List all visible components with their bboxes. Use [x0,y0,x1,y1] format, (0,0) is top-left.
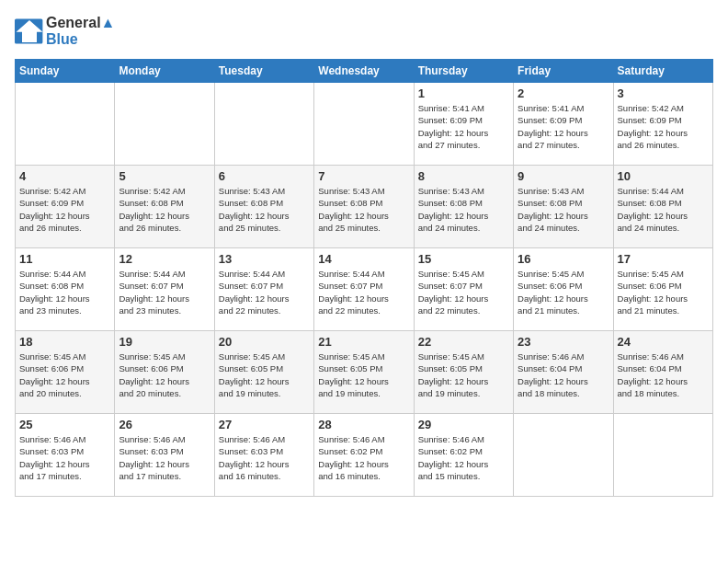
day-number: 27 [219,418,310,431]
calendar-cell: 29Sunrise: 5:46 AM Sunset: 6:02 PM Dayli… [414,414,513,497]
logo: General▲ Blue [15,15,115,48]
day-info: Sunrise: 5:45 AM Sunset: 6:06 PM Dayligh… [618,268,709,316]
calendar-cell: 7Sunrise: 5:43 AM Sunset: 6:08 PM Daylig… [314,166,414,248]
calendar-cell: 20Sunrise: 5:45 AM Sunset: 6:05 PM Dayli… [214,331,313,414]
calendar-cell [514,414,613,497]
day-info: Sunrise: 5:45 AM Sunset: 6:06 PM Dayligh… [119,350,210,399]
day-info: Sunrise: 5:42 AM Sunset: 6:08 PM Dayligh… [119,185,210,234]
day-number: 12 [119,252,210,266]
day-info: Sunrise: 5:43 AM Sunset: 6:08 PM Dayligh… [518,185,609,234]
header-day-saturday: Saturday [613,60,712,83]
calendar-cell: 6Sunrise: 5:43 AM Sunset: 6:08 PM Daylig… [214,166,313,248]
calendar-cell: 24Sunrise: 5:46 AM Sunset: 6:04 PM Dayli… [613,331,712,414]
calendar-week-4: 18Sunrise: 5:45 AM Sunset: 6:06 PM Dayli… [16,331,713,414]
header-day-wednesday: Wednesday [314,60,414,83]
calendar-cell: 4Sunrise: 5:42 AM Sunset: 6:09 PM Daylig… [16,166,115,248]
calendar-cell: 19Sunrise: 5:45 AM Sunset: 6:06 PM Dayli… [115,331,214,414]
calendar-cell: 17Sunrise: 5:45 AM Sunset: 6:06 PM Dayli… [613,248,712,331]
calendar-cell: 10Sunrise: 5:44 AM Sunset: 6:08 PM Dayli… [613,166,712,248]
calendar-cell: 26Sunrise: 5:46 AM Sunset: 6:03 PM Dayli… [115,414,214,497]
day-info: Sunrise: 5:44 AM Sunset: 6:07 PM Dayligh… [318,268,409,316]
calendar-cell: 2Sunrise: 5:41 AM Sunset: 6:09 PM Daylig… [514,83,613,166]
calendar-cell: 3Sunrise: 5:42 AM Sunset: 6:09 PM Daylig… [613,83,712,166]
day-number: 18 [19,335,110,349]
calendar-cell [16,83,115,166]
day-number: 28 [318,418,409,431]
page-header: General▲ Blue [15,15,713,48]
header-day-sunday: Sunday [16,60,115,83]
calendar-cell: 8Sunrise: 5:43 AM Sunset: 6:08 PM Daylig… [414,166,513,248]
day-info: Sunrise: 5:44 AM Sunset: 6:08 PM Dayligh… [618,185,709,234]
day-info: Sunrise: 5:45 AM Sunset: 6:06 PM Dayligh… [518,268,609,316]
calendar-cell: 25Sunrise: 5:46 AM Sunset: 6:03 PM Dayli… [16,414,115,497]
day-number: 23 [518,335,609,349]
calendar-cell: 16Sunrise: 5:45 AM Sunset: 6:06 PM Dayli… [514,248,613,331]
day-info: Sunrise: 5:44 AM Sunset: 6:07 PM Dayligh… [119,268,210,316]
calendar-cell: 12Sunrise: 5:44 AM Sunset: 6:07 PM Dayli… [115,248,214,331]
day-info: Sunrise: 5:45 AM Sunset: 6:07 PM Dayligh… [418,268,509,316]
day-number: 1 [418,86,509,100]
day-number: 6 [219,169,310,183]
day-info: Sunrise: 5:46 AM Sunset: 6:02 PM Dayligh… [318,433,409,482]
day-info: Sunrise: 5:45 AM Sunset: 6:05 PM Dayligh… [219,350,310,399]
day-number: 10 [618,169,709,183]
header-day-thursday: Thursday [414,60,513,83]
calendar-cell: 23Sunrise: 5:46 AM Sunset: 6:04 PM Dayli… [514,331,613,414]
calendar-cell: 15Sunrise: 5:45 AM Sunset: 6:07 PM Dayli… [414,248,513,331]
calendar-cell [613,414,712,497]
calendar-week-1: 1Sunrise: 5:41 AM Sunset: 6:09 PM Daylig… [16,83,713,166]
header-day-tuesday: Tuesday [214,60,313,83]
day-number: 11 [19,252,110,266]
calendar-cell: 18Sunrise: 5:45 AM Sunset: 6:06 PM Dayli… [16,331,115,414]
calendar-cell [115,83,214,166]
calendar-cell [214,83,313,166]
calendar-body: 1Sunrise: 5:41 AM Sunset: 6:09 PM Daylig… [16,83,713,497]
day-number: 14 [318,252,409,266]
day-info: Sunrise: 5:46 AM Sunset: 6:04 PM Dayligh… [518,350,609,399]
day-info: Sunrise: 5:43 AM Sunset: 6:08 PM Dayligh… [418,185,509,234]
day-number: 2 [518,86,609,100]
calendar-cell [314,83,414,166]
day-number: 20 [219,335,310,349]
day-info: Sunrise: 5:43 AM Sunset: 6:08 PM Dayligh… [318,185,409,234]
day-info: Sunrise: 5:45 AM Sunset: 6:05 PM Dayligh… [418,350,509,399]
calendar-cell: 28Sunrise: 5:46 AM Sunset: 6:02 PM Dayli… [314,414,414,497]
header-day-friday: Friday [514,60,613,83]
day-info: Sunrise: 5:44 AM Sunset: 6:08 PM Dayligh… [19,268,110,316]
day-number: 7 [318,169,409,183]
calendar-cell: 27Sunrise: 5:46 AM Sunset: 6:03 PM Dayli… [214,414,313,497]
day-info: Sunrise: 5:41 AM Sunset: 6:09 PM Dayligh… [418,102,509,151]
calendar-table: SundayMondayTuesdayWednesdayThursdayFrid… [15,59,713,497]
day-number: 15 [418,252,509,266]
day-info: Sunrise: 5:41 AM Sunset: 6:09 PM Dayligh… [518,102,609,151]
day-info: Sunrise: 5:42 AM Sunset: 6:09 PM Dayligh… [618,102,709,151]
header-day-monday: Monday [115,60,214,83]
day-number: 19 [119,335,210,349]
calendar-week-2: 4Sunrise: 5:42 AM Sunset: 6:09 PM Daylig… [16,166,713,248]
logo-icon [15,18,44,44]
calendar-cell: 5Sunrise: 5:42 AM Sunset: 6:08 PM Daylig… [115,166,214,248]
day-number: 25 [19,418,110,431]
day-number: 21 [318,335,409,349]
calendar-header: SundayMondayTuesdayWednesdayThursdayFrid… [16,60,713,83]
day-number: 13 [219,252,310,266]
day-number: 5 [119,169,210,183]
day-info: Sunrise: 5:44 AM Sunset: 6:07 PM Dayligh… [219,268,310,316]
calendar-cell: 11Sunrise: 5:44 AM Sunset: 6:08 PM Dayli… [16,248,115,331]
day-info: Sunrise: 5:42 AM Sunset: 6:09 PM Dayligh… [19,185,110,234]
calendar-cell: 1Sunrise: 5:41 AM Sunset: 6:09 PM Daylig… [414,83,513,166]
calendar-cell: 22Sunrise: 5:45 AM Sunset: 6:05 PM Dayli… [414,331,513,414]
logo-text: General▲ Blue [46,15,115,48]
day-info: Sunrise: 5:46 AM Sunset: 6:03 PM Dayligh… [119,433,210,482]
day-number: 9 [518,169,609,183]
day-number: 29 [418,418,509,431]
day-number: 24 [618,335,709,349]
day-number: 8 [418,169,509,183]
calendar-cell: 14Sunrise: 5:44 AM Sunset: 6:07 PM Dayli… [314,248,414,331]
day-number: 26 [119,418,210,431]
calendar-cell: 21Sunrise: 5:45 AM Sunset: 6:05 PM Dayli… [314,331,414,414]
day-info: Sunrise: 5:45 AM Sunset: 6:05 PM Dayligh… [318,350,409,399]
day-info: Sunrise: 5:45 AM Sunset: 6:06 PM Dayligh… [19,350,110,399]
day-number: 22 [418,335,509,349]
calendar-week-5: 25Sunrise: 5:46 AM Sunset: 6:03 PM Dayli… [16,414,713,497]
